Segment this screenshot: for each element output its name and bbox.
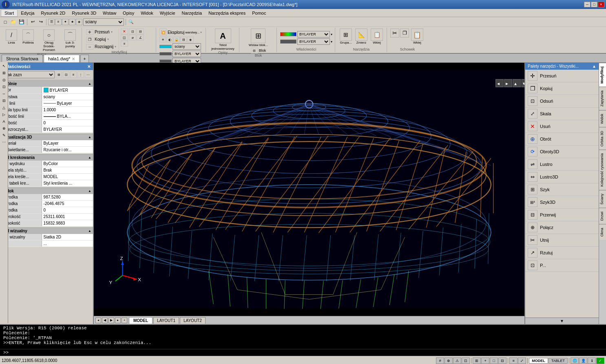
layer-name-dropdown[interactable]: sciany bbox=[173, 43, 201, 50]
tool-usun-right[interactable]: ✕ Usuń bbox=[525, 120, 599, 133]
tab-strona-startowa[interactable]: Strona Startowa bbox=[2, 55, 43, 62]
status-btn-tablet[interactable]: TABLET bbox=[548, 358, 568, 364]
layer-icon-3[interactable]: ✦ bbox=[62, 19, 69, 25]
menu-item-narzedzia-ekspres[interactable]: Narzędzia ekspres bbox=[205, 10, 249, 16]
menu-item-opisy[interactable]: Opisy bbox=[119, 10, 137, 16]
tool-obrot-right[interactable]: ⊕ Obrót bbox=[525, 133, 599, 146]
toolbar-btn-red-x[interactable]: ✕ bbox=[121, 29, 128, 34]
layer-vis-btn-4[interactable]: ⊟ bbox=[180, 37, 187, 42]
tool-mod-4[interactable]: ∠ bbox=[137, 35, 144, 40]
selection-dropdown[interactable]: Brak zazn bbox=[2, 71, 55, 78]
tool-extra-btn[interactable]: ≡ bbox=[121, 41, 128, 46]
layer-vis-btn-2[interactable]: ◐ bbox=[166, 37, 173, 42]
nav-next-btn[interactable]: ▶ bbox=[108, 318, 114, 323]
tool-kopiuj-right[interactable]: ❐ Kopiuj bbox=[525, 82, 599, 95]
viewport[interactable]: Z X Y ◂ ▸ ▴ ▾ bbox=[94, 63, 524, 324]
tool-utnij-right[interactable]: ✂ Utnij bbox=[525, 234, 599, 247]
status-icon-grid2[interactable]: ⊞ bbox=[473, 357, 481, 364]
tool-grupa[interactable]: ⊞ Grupa... bbox=[338, 29, 353, 44]
layer-icon-2[interactable]: ≡ bbox=[55, 19, 62, 25]
tool-kopiuj-schowek[interactable]: ❐ bbox=[400, 29, 409, 38]
section-stylkreskowania-header[interactable]: Styl kreskowania▲ bbox=[0, 154, 93, 161]
tool-lustro-right[interactable]: ⇌ Lustro bbox=[525, 158, 599, 171]
tool-mod-3[interactable]: ⌀ bbox=[129, 35, 136, 40]
prop-icon-5[interactable]: ⋯ bbox=[85, 71, 91, 78]
layer-vis-btn-3[interactable]: 🔒 bbox=[173, 37, 180, 42]
tool-extra-blok[interactable]: ⊟ Blok bbox=[251, 48, 266, 53]
strip-tab-drzwi[interactable]: Drzwi bbox=[599, 208, 606, 224]
tool-obroty3d-right[interactable]: ⟳ Obroty3D bbox=[525, 146, 599, 158]
right-panel-scroll-down[interactable]: ▼ bbox=[525, 318, 599, 324]
menu-item-rysunek3d[interactable]: Rysunek 3D bbox=[69, 10, 100, 16]
nav-last-btn[interactable]: ▸ bbox=[115, 318, 121, 323]
left-tool-8[interactable]: ▷ bbox=[1, 111, 7, 118]
status-btn-model[interactable]: MODEL bbox=[529, 358, 548, 364]
close-button[interactable]: ✕ bbox=[598, 2, 604, 7]
tool-more[interactable]: ⊡ P... bbox=[525, 259, 599, 272]
left-tool-5[interactable]: ↔ bbox=[1, 90, 7, 97]
tab-hala1[interactable]: hala1.dwg* ✕ bbox=[44, 55, 80, 62]
section-widok-header[interactable]: Widok▲ bbox=[0, 188, 93, 194]
linestyle-dropdown[interactable]: BYLAYER bbox=[173, 51, 201, 57]
status-icon-plus[interactable]: + bbox=[481, 357, 489, 364]
left-tool-11[interactable]: ✎ bbox=[1, 132, 7, 139]
layer-search[interactable]: 🔍 bbox=[128, 19, 134, 25]
left-tool-7[interactable]: △ bbox=[1, 104, 7, 111]
left-tool-12[interactable]: ⋯ bbox=[1, 139, 7, 146]
menu-item-start[interactable]: Start bbox=[1, 9, 18, 17]
status-icon-network[interactable]: 🌐 bbox=[571, 357, 579, 364]
tool-rozciagnij[interactable]: ↔ Rozciągnij ▾ bbox=[85, 43, 117, 50]
tool-zmierz[interactable]: 📐 Zmierz bbox=[354, 29, 369, 44]
tool-skala-right[interactable]: ⤢ Skala bbox=[525, 108, 599, 120]
menu-item-wyjscie[interactable]: Wyjście bbox=[157, 10, 179, 16]
tool-kopiuj[interactable]: ❐ Kopiuj ▾ bbox=[85, 36, 117, 43]
tool-scale-btn[interactable]: ◫ bbox=[121, 35, 128, 40]
nav-first-btn[interactable]: ◀ bbox=[102, 318, 108, 323]
qa-btn-open[interactable]: 📁 bbox=[10, 18, 17, 26]
layer-icon-4[interactable]: ★ bbox=[69, 19, 75, 25]
tool-wklej[interactable]: 📋 Wklej bbox=[369, 29, 384, 44]
left-tool-1[interactable]: ↖ bbox=[1, 63, 7, 69]
tool-mod-2[interactable]: ⊟ bbox=[137, 29, 144, 34]
tool-tekst[interactable]: A Tekst jednowierszowy bbox=[213, 29, 233, 51]
tool-przerwij-right[interactable]: ⊟ Przerwij bbox=[525, 209, 599, 221]
tool-wytnij[interactable]: ✂ bbox=[390, 29, 399, 38]
status-icon-warn[interactable]: ⚠ bbox=[453, 357, 461, 364]
explode-icon[interactable]: 💥 bbox=[159, 29, 167, 36]
tool-szyk-right[interactable]: ⊞ Szyk bbox=[525, 183, 599, 196]
command-input[interactable] bbox=[10, 350, 603, 355]
tab-layout1[interactable]: LAYOUT1 bbox=[153, 317, 179, 324]
tool-szyk3d-right[interactable]: ⊞³ Szyk3D bbox=[525, 196, 599, 209]
status-icon-check[interactable]: ✓ bbox=[596, 357, 604, 364]
layer-icon-1[interactable]: ☰ bbox=[48, 19, 55, 25]
menu-item-wstaw[interactable]: Wstaw bbox=[100, 10, 119, 16]
prop-dropdown-arrow[interactable]: ▾ bbox=[331, 33, 332, 36]
add-tab-button[interactable]: + bbox=[80, 55, 88, 62]
layer-vis-btn-5[interactable]: ◈ bbox=[187, 37, 194, 42]
strip-tab-zapytania[interactable]: Zapytania bbox=[599, 87, 606, 110]
tool-okrag[interactable]: ○ Okrąg Środek-Promień bbox=[38, 29, 60, 53]
tool-rzutuj-right[interactable]: ↗ Rzutuj bbox=[525, 247, 599, 259]
menu-item-edycja[interactable]: Edycja bbox=[18, 10, 38, 16]
tab-layout2[interactable]: LAYOUT2 bbox=[180, 317, 206, 324]
tab-model[interactable]: MODEL bbox=[129, 317, 153, 324]
status-icon-grid[interactable]: # bbox=[436, 357, 444, 364]
qa-btn-redo[interactable]: ↪ bbox=[37, 18, 44, 26]
prop-dropdown-arrow-2[interactable]: ▾ bbox=[331, 40, 332, 44]
left-tool-9[interactable]: A bbox=[1, 118, 7, 125]
tool-odsun-right[interactable]: ⊡ Odsuń bbox=[525, 95, 599, 108]
tool-lustro3d-right[interactable]: ⇔ Lustro3D bbox=[525, 171, 599, 183]
menu-item-narzedzia[interactable]: Narzędzia bbox=[179, 10, 206, 16]
status-icon-user[interactable]: 👤 bbox=[579, 357, 587, 364]
prop-icon-3[interactable]: ≡ bbox=[70, 71, 77, 78]
layer-dropdown[interactable]: sciany bbox=[83, 18, 124, 26]
tool-polacz-right[interactable]: ⊕ Połącz bbox=[525, 221, 599, 234]
nav-prev-btn[interactable]: ◂ bbox=[95, 318, 101, 323]
strip-tab-kolejnosc[interactable]: Kolejność rysowania bbox=[599, 150, 606, 190]
tool-przesun-right[interactable]: ✛ Przesuń bbox=[525, 70, 599, 82]
menu-item-rysunek2d[interactable]: Rysunek 2D bbox=[38, 10, 69, 16]
qa-btn-save[interactable]: 💾 bbox=[18, 18, 25, 26]
tool-wklej-schowek[interactable]: 📋 Wklej bbox=[410, 29, 425, 44]
close-tab-icon[interactable]: ✕ bbox=[72, 57, 75, 61]
left-tool-2[interactable]: ⊞ bbox=[1, 70, 7, 76]
